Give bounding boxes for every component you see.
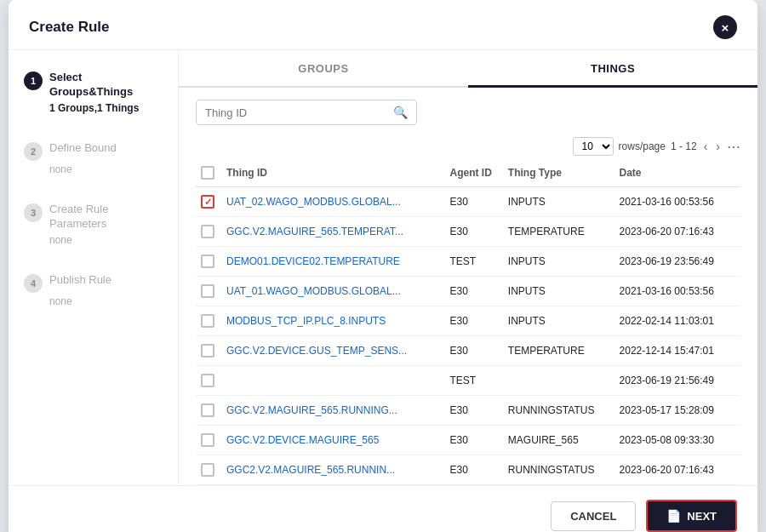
select-all-wrap	[196, 166, 220, 180]
cell-thing-id: UAT_02.WAGO_MODBUS.GLOBAL...	[226, 187, 449, 217]
cell-thing-type: INPUTS	[508, 277, 620, 306]
select-all-checkbox[interactable]	[201, 166, 214, 180]
next-label: NEXT	[687, 510, 717, 523]
step-1-num: 1	[24, 72, 43, 90]
main-content: GROUPS THINGS 🔍 10 25 50 rows/page 1 - 1…	[179, 50, 757, 485]
tab-groups[interactable]: GROUPS	[179, 50, 468, 88]
cell-date: 2022-02-14 11:03:01	[620, 306, 740, 336]
close-button[interactable]: ×	[713, 15, 737, 39]
search-icon: 🔍	[393, 106, 408, 119]
table-row: GGC2.V2.MAGUIRE_565.RUNNIN...E30RUNNINGS…	[196, 455, 740, 485]
row-checkbox[interactable]	[201, 374, 214, 387]
cell-thing-type: RUNNINGSTATUS	[508, 396, 620, 426]
pagination-next-button[interactable]: ›	[714, 140, 722, 153]
row-checkbox[interactable]	[201, 433, 214, 447]
cell-thing-id: GGC.V2.DEVICE.GUS_TEMP_SENS...	[226, 336, 449, 366]
cell-date: 2021-03-16 00:53:56	[620, 187, 740, 217]
tab-things[interactable]: THINGS	[468, 50, 757, 88]
cell-agent-id: E30	[449, 455, 507, 485]
cell-date: 2022-12-14 15:47:01	[620, 336, 740, 366]
tabs: GROUPS THINGS	[179, 50, 757, 88]
rows-per-page-select[interactable]: 10 25 50	[573, 137, 614, 156]
cell-agent-id: E30	[449, 306, 507, 336]
step-4-sub: none	[49, 295, 163, 307]
cell-thing-id: GGC.V2.MAGUIRE_565.TEMPERAT...	[226, 217, 449, 247]
table-row: UAT_02.WAGO_MODBUS.GLOBAL...E30INPUTS202…	[196, 187, 740, 217]
rows-per-page-label: rows/page	[619, 140, 666, 152]
col-thing-id: Thing ID	[226, 159, 449, 187]
row-checkbox[interactable]	[201, 403, 214, 417]
row-checkbox[interactable]	[201, 284, 214, 298]
cell-thing-type: INPUTS	[508, 306, 620, 336]
table-controls: 10 25 50 rows/page 1 - 12 ‹ › ⋯	[179, 132, 757, 159]
cell-thing-id: GGC.V2.DEVICE.MAGUIRE_565	[226, 426, 449, 455]
cell-thing-type: INPUTS	[508, 187, 620, 217]
create-rule-dialog: Create Rule × 1 Select Groups&Things 1 G…	[9, 0, 757, 532]
step-4-label: Publish Rule	[49, 273, 111, 288]
row-checkbox[interactable]	[201, 314, 214, 328]
more-options-button[interactable]: ⋯	[727, 139, 740, 155]
row-checkbox[interactable]	[201, 255, 214, 268]
step-3-num: 3	[24, 203, 43, 222]
step-2: 2 Define Bound none	[24, 141, 163, 175]
step-2-sub: none	[49, 163, 163, 175]
step-2-label: Define Bound	[49, 141, 117, 156]
next-icon: 📄	[666, 509, 681, 523]
cell-agent-id: E30	[449, 217, 507, 247]
cell-agent-id: E30	[449, 277, 507, 306]
table-row: GGC.V2.DEVICE.GUS_TEMP_SENS...E30TEMPERA…	[196, 336, 740, 366]
cancel-button[interactable]: CANCEL	[551, 501, 636, 531]
cell-date: 2023-06-20 07:16:43	[620, 455, 740, 485]
step-4-num: 4	[24, 274, 43, 293]
cell-date: 2023-05-17 15:28:09	[620, 396, 740, 426]
step-1-label: Select Groups&Things	[49, 71, 163, 100]
cell-agent-id: E30	[449, 187, 507, 217]
table-row: GGC.V2.MAGUIRE_565.RUNNING...E30RUNNINGS…	[196, 396, 740, 426]
table-row: TEST2023-06-19 21:56:49	[196, 366, 740, 396]
cell-date: 2021-03-16 00:53:56	[620, 277, 740, 306]
step-2-num: 2	[24, 142, 43, 161]
table-row: GGC.V2.MAGUIRE_565.TEMPERAT...E30TEMPERA…	[196, 217, 740, 247]
search-input[interactable]	[205, 106, 393, 119]
col-thing-type: Thing Type	[508, 159, 620, 187]
search-bar: 🔍	[179, 88, 757, 132]
dialog-footer: CANCEL 📄 NEXT	[9, 485, 757, 532]
step-3-sub: none	[49, 234, 163, 246]
pagination-prev-button[interactable]: ‹	[702, 140, 710, 153]
cell-agent-id: E30	[449, 396, 507, 426]
row-checkbox[interactable]	[201, 344, 214, 358]
pagination-info: 1 - 12	[671, 140, 697, 152]
cell-thing-type: TEMPERATURE	[508, 217, 620, 247]
step-1-sub: 1 Groups,1 Things	[49, 102, 163, 114]
cell-thing-id: UAT_01.WAGO_MODBUS.GLOBAL...	[226, 277, 449, 306]
cell-thing-id: GGC2.V2.MAGUIRE_565.RUNNIN...	[226, 455, 449, 485]
cell-agent-id: E30	[449, 336, 507, 366]
cell-date: 2023-05-08 09:33:30	[620, 426, 740, 455]
cell-agent-id: TEST	[449, 366, 507, 396]
dialog-header: Create Rule ×	[9, 0, 757, 50]
step-3-label: Create Rule Parameters	[49, 203, 163, 232]
dialog-body: 1 Select Groups&Things 1 Groups,1 Things…	[9, 50, 757, 485]
table-row: UAT_01.WAGO_MODBUS.GLOBAL...E30INPUTS202…	[196, 277, 740, 306]
table-row: MODBUS_TCP_IP.PLC_8.INPUTSE30INPUTS2022-…	[196, 306, 740, 336]
search-input-wrap: 🔍	[196, 100, 417, 125]
table-row: GGC.V2.DEVICE.MAGUIRE_565E30MAGUIRE_5652…	[196, 426, 740, 455]
step-4: 4 Publish Rule none	[24, 273, 163, 307]
row-checkbox[interactable]	[201, 225, 214, 238]
cell-thing-id: DEMO01.DEVICE02.TEMPERATURE	[226, 247, 449, 277]
cell-thing-type: RUNNINGSTATUS	[508, 455, 620, 485]
cell-thing-type	[508, 366, 620, 396]
cell-date: 2023-06-20 07:16:43	[620, 217, 740, 247]
cell-thing-type: TEMPERATURE	[508, 336, 620, 366]
steps-sidebar: 1 Select Groups&Things 1 Groups,1 Things…	[9, 50, 179, 485]
next-button[interactable]: 📄 NEXT	[646, 500, 737, 532]
table-row: DEMO01.DEVICE02.TEMPERATURETESTINPUTS202…	[196, 247, 740, 277]
cell-thing-id	[226, 366, 449, 396]
cell-thing-type: MAGUIRE_565	[508, 426, 620, 455]
step-3: 3 Create Rule Parameters none	[24, 203, 163, 246]
row-checkbox[interactable]	[201, 195, 214, 209]
row-checkbox[interactable]	[201, 463, 214, 477]
cell-agent-id: E30	[449, 426, 507, 455]
cell-thing-id: GGC.V2.MAGUIRE_565.RUNNING...	[226, 396, 449, 426]
col-agent-id: Agent ID	[449, 159, 507, 187]
